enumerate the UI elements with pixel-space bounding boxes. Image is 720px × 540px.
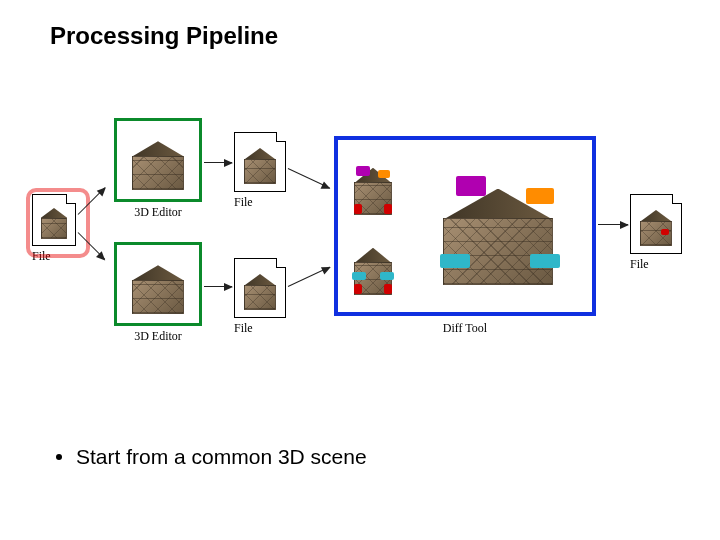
node-file-source: File <box>32 194 76 264</box>
node-file-output: File <box>630 194 682 272</box>
arrow-file-bottom-to-diff <box>288 267 330 287</box>
diff-thumb-bottom <box>344 228 402 304</box>
file-icon <box>234 258 286 318</box>
file-icon <box>234 132 286 192</box>
bullet-dot-icon <box>56 454 62 460</box>
arrow-editor-top-to-file-top <box>204 162 232 163</box>
node-file-bottom: File <box>234 258 286 336</box>
slide-title: Processing Pipeline <box>50 22 278 50</box>
bullet-text: Start from a common 3D scene <box>76 445 367 469</box>
bullet-item: Start from a common 3D scene <box>56 445 367 469</box>
editor-icon <box>114 242 202 326</box>
diff-thumb-top <box>344 148 402 224</box>
node-file-top: File <box>234 132 286 210</box>
arrow-diff-to-output <box>598 224 628 225</box>
arrow-file-top-to-diff <box>288 168 330 188</box>
diff-tool-box <box>334 136 596 316</box>
diff-label: Diff Tool <box>334 321 596 336</box>
file-label: File <box>630 257 649 272</box>
editor-label: 3D Editor <box>134 205 182 220</box>
node-editor-bottom: 3D Editor <box>114 242 202 344</box>
file-label: File <box>234 321 253 336</box>
arrow-editor-bottom-to-file-bottom <box>204 286 232 287</box>
diff-merged-view <box>412 148 584 304</box>
node-editor-top: 3D Editor <box>114 118 202 220</box>
file-icon <box>32 194 76 246</box>
editor-label: 3D Editor <box>134 329 182 344</box>
editor-icon <box>114 118 202 202</box>
file-icon <box>630 194 682 254</box>
pipeline-diagram: File 3D Editor 3D Editor File <box>32 118 692 368</box>
file-label: File <box>234 195 253 210</box>
slide: Processing Pipeline File 3D Editor 3D Ed… <box>0 0 720 540</box>
